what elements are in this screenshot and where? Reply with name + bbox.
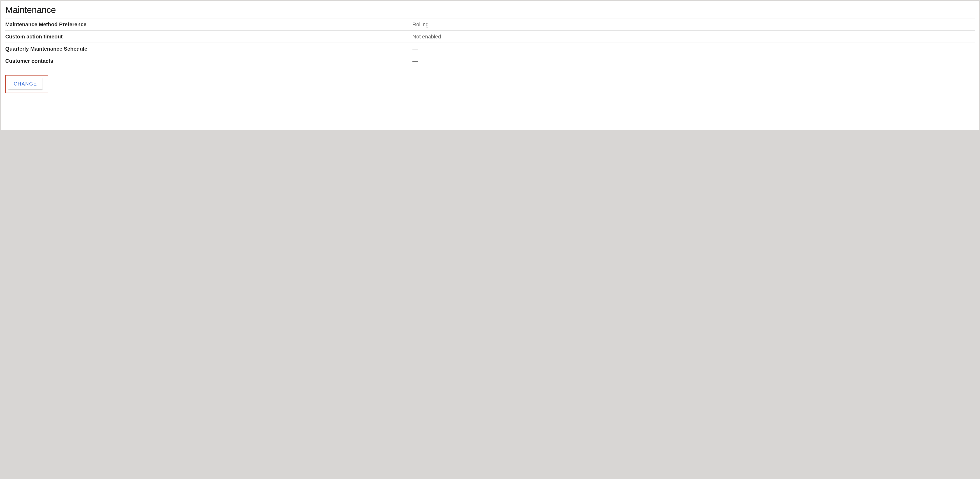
setting-row: Maintenance Method Preference Rolling bbox=[5, 18, 975, 30]
setting-label-customer-contacts: Customer contacts bbox=[5, 58, 412, 64]
setting-value-method-preference: Rolling bbox=[412, 22, 975, 28]
setting-value-quarterly-schedule: — bbox=[412, 46, 975, 52]
setting-label-custom-action-timeout: Custom action timeout bbox=[5, 34, 412, 40]
section-title: Maintenance bbox=[5, 5, 975, 15]
setting-value-customer-contacts: — bbox=[412, 58, 975, 64]
highlight-annotation: CHANGE bbox=[5, 75, 48, 93]
change-button[interactable]: CHANGE bbox=[8, 78, 43, 89]
setting-label-method-preference: Maintenance Method Preference bbox=[5, 22, 412, 28]
setting-row: Custom action timeout Not enabled bbox=[5, 30, 975, 43]
setting-label-quarterly-schedule: Quarterly Maintenance Schedule bbox=[5, 46, 412, 52]
setting-row: Customer contacts — bbox=[5, 55, 975, 67]
setting-value-custom-action-timeout: Not enabled bbox=[412, 34, 975, 40]
actions-area: CHANGE bbox=[5, 75, 975, 93]
setting-row: Quarterly Maintenance Schedule — bbox=[5, 43, 975, 55]
maintenance-panel: Maintenance Maintenance Method Preferenc… bbox=[1, 1, 979, 130]
settings-rows: Maintenance Method Preference Rolling Cu… bbox=[5, 18, 975, 67]
